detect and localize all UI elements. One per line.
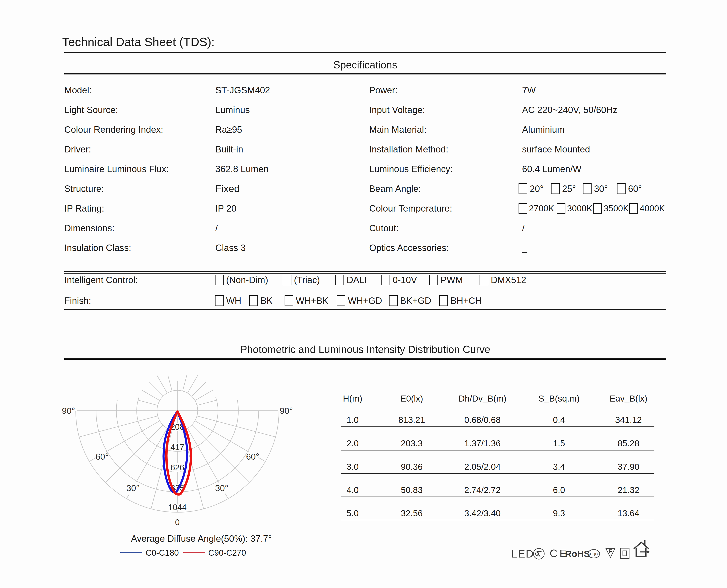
spec-value-cutout: / <box>522 222 524 234</box>
checkbox-cct-2700k[interactable] <box>519 203 527 214</box>
divider <box>64 271 666 272</box>
spec-value-model: ST-JGSM402 <box>215 84 270 97</box>
table-cell: 813.21 <box>378 414 445 426</box>
table-cell: 6.0 <box>526 484 592 496</box>
table-header-sb: S_B(sq.m) <box>526 393 592 404</box>
option-label: BK <box>261 296 273 306</box>
spec-value-installation: surface Mounted <box>522 143 590 155</box>
control-option: PWM <box>429 274 463 286</box>
checkbox-0-10v[interactable] <box>381 275 390 286</box>
finish-option: BK+GD <box>389 295 431 307</box>
legend-swatch-c90 <box>183 551 206 553</box>
spec-value-material: Aluminium <box>522 123 565 136</box>
cct-option: 3500K <box>593 202 629 215</box>
option-label: 3500K <box>604 204 629 213</box>
spec-label-driver: Driver: <box>64 143 91 155</box>
angle-label-90-left: 90° <box>62 406 75 416</box>
table-row-divider <box>341 450 655 450</box>
spec-label-colour-temperature: Colour Temperature: <box>369 202 452 215</box>
table-cell: 2.0 <box>319 438 386 449</box>
angle-label-60-right: 60° <box>246 452 259 461</box>
control-option: DALI <box>335 274 367 286</box>
table-cell: 13.64 <box>595 507 662 519</box>
checkbox-wh-gd[interactable] <box>337 295 345 306</box>
table-cell: 1.0 <box>319 414 386 426</box>
checkbox-bk[interactable] <box>249 295 258 306</box>
checkbox-dmx512[interactable] <box>480 275 488 286</box>
cct-option: 2700K <box>519 202 554 215</box>
option-label: DMX512 <box>491 275 526 285</box>
control-option: 0-10V <box>381 274 417 286</box>
table-cell: 85.28 <box>595 438 662 449</box>
option-label: 4000K <box>640 204 665 213</box>
page-title: Technical Data Sheet (TDS): <box>62 35 215 49</box>
table-cell: 0.4 <box>526 414 592 426</box>
f-triangle-icon: F <box>605 548 616 559</box>
svg-text:CQC: CQC <box>590 552 598 556</box>
checkbox-cct-3000k[interactable] <box>557 203 565 214</box>
spec-label-cri: Colour Rendering Index: <box>64 123 163 136</box>
option-label: 3000K <box>567 204 592 213</box>
table-header-e0: E0(lx) <box>378 393 445 404</box>
table-cell: 3.0 <box>319 461 386 473</box>
checkbox-wh[interactable] <box>215 295 224 306</box>
checkbox-bk-gd[interactable] <box>389 295 398 306</box>
spec-label-ip: IP Rating: <box>64 202 104 215</box>
checkbox-beam-60[interactable] <box>617 183 626 194</box>
diffuse-angle-caption: Average Diffuse Angle(50%): 37.7° <box>98 533 305 544</box>
table-row-divider <box>341 497 655 497</box>
table-cell: 2.74/2.72 <box>449 484 516 496</box>
table-row-divider <box>341 520 655 520</box>
option-label: 20° <box>530 184 544 194</box>
spec-value-light-source: Luminus <box>215 104 250 116</box>
table-cell: 1.5 <box>526 438 592 449</box>
table-cell: 4.0 <box>319 484 386 496</box>
table-cell: 50.83 <box>378 484 445 496</box>
spec-value-flux: 362.8 Lumen <box>215 163 269 175</box>
option-label: WH+BK <box>296 296 329 306</box>
spec-value-voltage: AC 220~240V, 50/60Hz <box>522 104 618 116</box>
table-cell: 3.4 <box>526 461 592 473</box>
option-label: 25° <box>562 184 576 194</box>
checkbox-cct-3500k[interactable] <box>593 203 602 214</box>
finish-option: WH+GD <box>337 295 382 307</box>
option-label: 2700K <box>529 204 554 213</box>
checkbox-dali[interactable] <box>335 275 344 286</box>
divider <box>64 309 666 310</box>
ring-label-5: 1044 <box>168 503 187 512</box>
cct-option: 4000K <box>629 202 665 215</box>
option-label: (Triac) <box>294 275 320 285</box>
spec-value-optics: _ <box>522 241 527 254</box>
label-finish: Finish: <box>64 295 91 307</box>
spec-label-light-source: Light Source: <box>64 104 118 116</box>
option-label: DALI <box>347 275 367 285</box>
checkbox-pwm[interactable] <box>429 275 438 286</box>
table-cell: 37.90 <box>595 461 662 473</box>
checkbox-beam-30[interactable] <box>583 183 591 194</box>
divider <box>64 358 666 360</box>
checkbox-bh-ch[interactable] <box>439 295 448 306</box>
option-label: WH+GD <box>348 296 382 306</box>
checkbox-wh-bk[interactable] <box>285 295 293 306</box>
specifications-heading: Specifications <box>64 59 666 71</box>
table-header-eav: Eav_B(lx) <box>595 393 662 404</box>
rohs-label: RoHS <box>565 549 590 559</box>
table-row-divider <box>341 473 655 474</box>
checkbox-beam-25[interactable] <box>551 183 560 194</box>
spec-value-structure: Fixed <box>215 183 240 195</box>
table-cell: 90.36 <box>378 461 445 473</box>
checkbox-triac[interactable] <box>283 275 291 286</box>
ring-label-2: 417 <box>170 443 184 452</box>
checkbox-non-dim[interactable] <box>215 275 224 286</box>
checkbox-beam-20[interactable] <box>519 183 527 194</box>
spec-value-cri: Ra≥95 <box>215 123 242 136</box>
spec-value-dimensions: / <box>215 222 218 234</box>
spec-value-power: 7W <box>522 84 536 97</box>
spec-value-efficiency: 60.4 Lumen/W <box>522 163 581 175</box>
spec-label-cutout: Cutout: <box>369 222 399 234</box>
angle-label-30-left: 30° <box>126 483 140 493</box>
svg-text:F: F <box>609 548 612 554</box>
table-header-h: H(m) <box>319 393 386 404</box>
checkbox-cct-4000k[interactable] <box>629 203 638 214</box>
divider <box>64 73 666 75</box>
